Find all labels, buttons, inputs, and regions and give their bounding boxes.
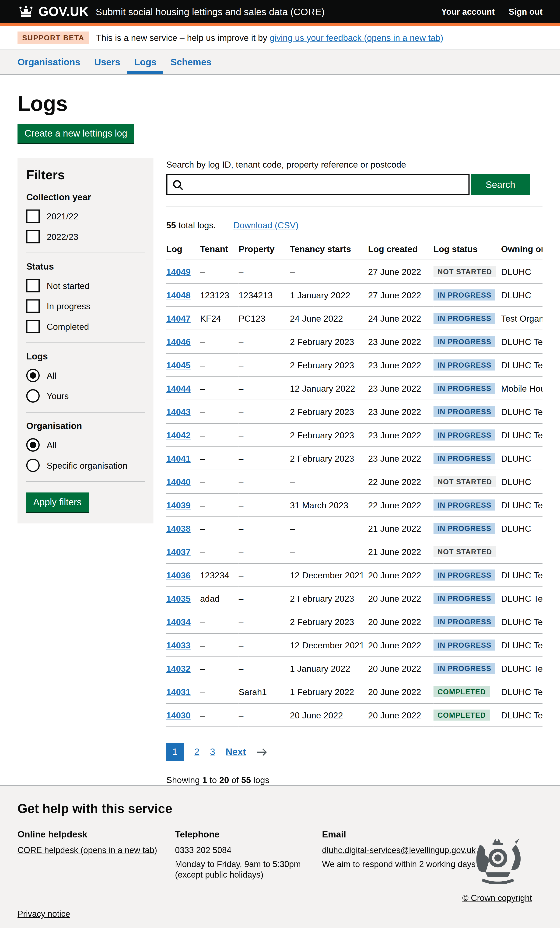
- cell-tenancy-starts: 2 February 2023: [290, 330, 368, 353]
- log-link[interactable]: 14047: [166, 313, 191, 324]
- table-row: 14036123234–12 December 202120 June 2022…: [166, 563, 543, 587]
- cell-tenant: –: [200, 353, 239, 377]
- results-divider: [166, 206, 543, 207]
- log-link[interactable]: 14034: [166, 617, 191, 627]
- option-label: In progress: [47, 301, 90, 311]
- status-badge: COMPLETED: [433, 710, 490, 721]
- log-link[interactable]: 14035: [166, 594, 191, 604]
- log-link[interactable]: 14032: [166, 664, 191, 674]
- nav-link-users[interactable]: Users: [87, 50, 127, 74]
- log-link[interactable]: 14045: [166, 360, 191, 370]
- cell-log: 14041: [166, 447, 200, 470]
- checkbox-option[interactable]: In progress: [26, 299, 145, 313]
- checkbox-unchecked[interactable]: [26, 299, 40, 313]
- download-csv-link[interactable]: Download (CSV): [233, 220, 298, 230]
- cell-tenant: –: [200, 423, 239, 447]
- nav-link-logs[interactable]: Logs: [127, 50, 163, 74]
- create-lettings-log-button[interactable]: Create a new lettings log: [17, 124, 134, 143]
- apply-filters-button[interactable]: Apply filters: [26, 493, 89, 512]
- total-logs-count: 55: [166, 220, 176, 230]
- log-link[interactable]: 14036: [166, 570, 191, 580]
- sign-out-link[interactable]: Sign out: [509, 7, 543, 16]
- radio-checked[interactable]: [26, 369, 40, 382]
- radio-option[interactable]: Specific organisation: [26, 459, 145, 472]
- radio-checked[interactable]: [26, 438, 40, 452]
- pagination-page-2[interactable]: 2: [194, 747, 200, 757]
- crown-copyright-link[interactable]: © Crown copyright: [462, 893, 532, 903]
- cell-property: –: [239, 540, 290, 563]
- log-link[interactable]: 14038: [166, 524, 191, 534]
- search-input[interactable]: [168, 175, 468, 194]
- showing-summary: Showing 1 to 20 of 55 logs: [166, 775, 543, 785]
- cell-owning-organisation: DLUHC: [501, 470, 543, 493]
- cell-log-created: 20 June 2022: [368, 704, 433, 727]
- email-link[interactable]: dluhc.digital-services@levellingup.gov.u…: [322, 846, 476, 855]
- cell-log-created: 24 June 2022: [368, 307, 433, 330]
- log-link[interactable]: 14044: [166, 383, 191, 394]
- service-name-link[interactable]: Submit social housing lettings and sales…: [96, 6, 325, 17]
- cell-owning-organisation: DLUHC Test: [501, 704, 543, 727]
- radio-unchecked[interactable]: [26, 459, 40, 472]
- nav-link-organisations[interactable]: Organisations: [11, 50, 87, 74]
- checkbox-option[interactable]: 2021/22: [26, 210, 145, 223]
- log-link[interactable]: 14042: [166, 430, 191, 440]
- log-link[interactable]: 14037: [166, 547, 191, 557]
- nav-link-schemes[interactable]: Schemes: [163, 50, 219, 74]
- checkbox-unchecked[interactable]: [26, 320, 40, 333]
- email-response-note: We aim to respond within 2 working days: [322, 859, 476, 869]
- log-link[interactable]: 14046: [166, 337, 191, 347]
- log-link[interactable]: 14049: [166, 267, 191, 277]
- cell-tenant: adad: [200, 587, 239, 610]
- cell-tenancy-starts: 2 February 2023: [290, 353, 368, 377]
- radio-option[interactable]: All: [26, 438, 145, 452]
- checkbox-unchecked[interactable]: [26, 279, 40, 293]
- status-badge: COMPLETED: [433, 686, 490, 698]
- cell-log-status: IN PROGRESS: [433, 610, 501, 633]
- cell-tenancy-starts: 2 February 2023: [290, 400, 368, 423]
- log-link[interactable]: 14030: [166, 710, 191, 720]
- column-header: Owning organisation: [501, 238, 543, 260]
- pagination-page-3[interactable]: 3: [210, 747, 215, 757]
- online-helpdesk-heading: Online helpdesk: [17, 829, 175, 840]
- cell-log: 14044: [166, 377, 200, 400]
- checkbox-unchecked[interactable]: [26, 230, 40, 243]
- log-link[interactable]: 14031: [166, 687, 191, 697]
- log-link[interactable]: 14043: [166, 407, 191, 417]
- cell-tenant: –: [200, 377, 239, 400]
- checkbox-option[interactable]: 2022/23: [26, 230, 145, 243]
- log-link[interactable]: 14033: [166, 640, 191, 650]
- status-badge: IN PROGRESS: [433, 663, 496, 674]
- log-link[interactable]: 14048: [166, 290, 191, 300]
- log-link[interactable]: 14040: [166, 477, 191, 487]
- radio-option[interactable]: Yours: [26, 389, 145, 403]
- checkbox-unchecked[interactable]: [26, 210, 40, 223]
- radio-unchecked[interactable]: [26, 389, 40, 403]
- table-row: 14035adad–2 February 202320 June 2022IN …: [166, 587, 543, 610]
- radio-option[interactable]: All: [26, 369, 145, 382]
- cell-property: –: [239, 610, 290, 633]
- search-button[interactable]: Search: [471, 174, 529, 195]
- cell-log-status: NOT STARTED: [433, 470, 501, 493]
- govuk-logo[interactable]: GOV.UK: [17, 4, 89, 19]
- log-link[interactable]: 14041: [166, 453, 191, 464]
- log-link[interactable]: 14039: [166, 500, 191, 510]
- status-badge: IN PROGRESS: [433, 429, 496, 441]
- arrow-right-icon: [256, 748, 268, 757]
- table-row: 14046––2 February 202323 June 2022IN PRO…: [166, 330, 543, 353]
- cell-tenant: –: [200, 493, 239, 517]
- feedback-link[interactable]: giving us your feedback (opens in a new …: [270, 33, 443, 43]
- status-badge: IN PROGRESS: [433, 593, 496, 604]
- your-account-link[interactable]: Your account: [441, 7, 495, 16]
- checkbox-option[interactable]: Not started: [26, 279, 145, 293]
- checkbox-option[interactable]: Completed: [26, 320, 145, 333]
- pagination-next-link[interactable]: Next: [226, 747, 246, 757]
- cell-log-status: NOT STARTED: [433, 260, 501, 283]
- cell-log-created: 21 June 2022: [368, 540, 433, 563]
- cell-owning-organisation: DLUHC Test: [501, 493, 543, 517]
- cell-tenancy-starts: –: [290, 540, 368, 563]
- cell-tenancy-starts: –: [290, 260, 368, 283]
- core-helpdesk-link[interactable]: CORE helpdesk (opens in a new tab): [17, 846, 157, 855]
- privacy-notice-link[interactable]: Privacy notice: [17, 909, 70, 919]
- pagination-current-page[interactable]: 1: [166, 743, 184, 761]
- status-badge: IN PROGRESS: [433, 616, 496, 627]
